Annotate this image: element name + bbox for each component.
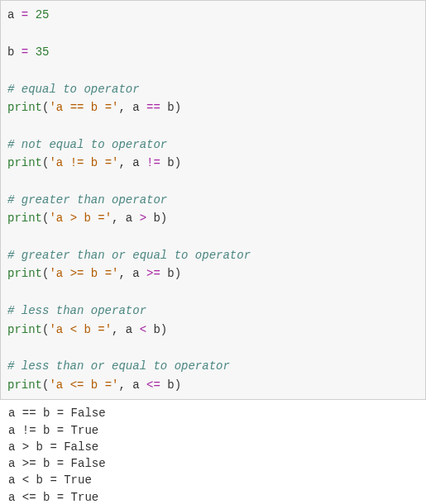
code-token: , a: [112, 212, 140, 225]
code-token: ==: [146, 101, 160, 114]
code-token: b): [160, 101, 181, 114]
code-token: print: [7, 156, 42, 169]
code-token: b): [160, 267, 181, 280]
code-token: <: [140, 323, 146, 336]
output-line: a < b = True: [8, 473, 92, 487]
code-comment: # less than or equal to operator: [7, 359, 230, 373]
output-line: a == b = False: [8, 407, 106, 420]
code-comment: # not equal to operator: [7, 138, 167, 151]
output-line: a >= b = False: [8, 457, 106, 470]
code-comment: # greater than or equal to operator: [7, 249, 251, 262]
code-comment: # equal to operator: [7, 83, 140, 96]
code-comment: # less than operator: [7, 304, 146, 317]
code-token: 35: [36, 45, 50, 59]
output-line: a > b = False: [8, 440, 98, 454]
code-token: =: [14, 45, 35, 59]
code-token: b): [146, 212, 167, 225]
code-token: 25: [36, 8, 50, 21]
code-token: 'a >= b =': [49, 267, 118, 280]
code-token: print: [7, 267, 42, 280]
code-token: !=: [146, 156, 160, 169]
code-token: 'a > b =': [49, 212, 112, 225]
code-token: , a: [118, 101, 146, 114]
code-token: , a: [118, 378, 146, 392]
output-line: a != b = True: [8, 424, 98, 437]
code-block: a = 25 b = 35 # equal to operator print(…: [0, 0, 426, 400]
code-token: , a: [118, 267, 146, 280]
code-token: 'a != b =': [49, 156, 118, 169]
code-token: print: [7, 101, 42, 114]
code-token: >=: [146, 267, 160, 280]
code-token: print: [7, 323, 42, 336]
code-token: 'a <= b =': [49, 378, 118, 392]
output-block: a == b = False a != b = True a > b = Fal…: [0, 400, 426, 504]
code-comment: # greater than operator: [7, 193, 167, 207]
code-token: , a: [112, 323, 140, 336]
code-token: 'a == b =': [49, 101, 118, 114]
output-line: a <= b = True: [8, 491, 98, 504]
code-token: b): [160, 156, 181, 169]
code-token: b): [146, 323, 167, 336]
code-token: <=: [146, 378, 160, 392]
code-token: >: [140, 212, 146, 225]
code-token: =: [14, 8, 35, 21]
code-token: print: [7, 212, 42, 225]
code-token: 'a < b =': [49, 323, 112, 336]
code-token: print: [7, 378, 42, 392]
code-token: b): [160, 378, 181, 392]
code-token: , a: [118, 156, 146, 169]
